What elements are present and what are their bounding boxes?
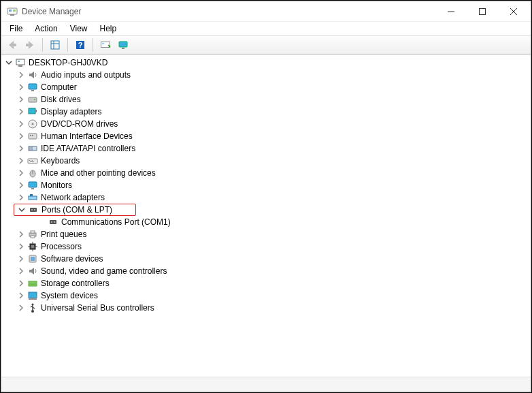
mouse-icon bbox=[27, 168, 38, 178]
back-button[interactable] bbox=[4, 37, 20, 53]
minimize-button[interactable] bbox=[435, 1, 467, 22]
expand-icon[interactable] bbox=[16, 230, 26, 239]
expand-icon[interactable] bbox=[16, 168, 26, 178]
svg-rect-1 bbox=[9, 10, 12, 12]
expand-icon[interactable] bbox=[16, 266, 26, 276]
tree-node-system[interactable]: System devices bbox=[1, 289, 531, 302]
svg-rect-65 bbox=[29, 298, 37, 300]
node-label: DVD/CD-ROM drives bbox=[41, 119, 118, 129]
tree-node-ports[interactable]: Ports (COM & LPT) bbox=[14, 204, 136, 216]
statusbar bbox=[1, 377, 531, 392]
tree-node-disk[interactable]: Disk drives bbox=[1, 93, 531, 106]
expand-icon[interactable] bbox=[16, 303, 26, 313]
tree-node-sound[interactable]: Sound, video and game controllers bbox=[1, 265, 531, 277]
node-label: Disk drives bbox=[41, 95, 81, 104]
svg-rect-3 bbox=[10, 14, 14, 16]
svg-rect-38 bbox=[30, 161, 34, 162]
svg-rect-2 bbox=[13, 10, 16, 12]
svg-rect-21 bbox=[31, 90, 34, 91]
printer-icon bbox=[27, 229, 38, 240]
menu-file[interactable]: File bbox=[4, 23, 28, 34]
expand-icon[interactable] bbox=[16, 119, 26, 129]
monitor-icon bbox=[27, 82, 38, 93]
display-adapter-icon bbox=[27, 106, 38, 117]
tree-node-computer[interactable]: Computer bbox=[1, 81, 531, 93]
tree-node-software[interactable]: Software devices bbox=[1, 253, 531, 265]
expand-icon[interactable] bbox=[16, 70, 26, 80]
speaker-icon bbox=[27, 266, 38, 277]
svg-rect-63 bbox=[29, 284, 37, 286]
forward-button[interactable] bbox=[22, 37, 38, 53]
svg-point-27 bbox=[32, 123, 34, 125]
disc-icon bbox=[27, 119, 38, 129]
node-label: System devices bbox=[41, 291, 98, 300]
node-label: Processors bbox=[41, 242, 82, 251]
tree-node-monitors[interactable]: Monitors bbox=[1, 179, 531, 191]
tree-node-mice[interactable]: Mice and other pointing devices bbox=[1, 167, 531, 179]
node-label: Universal Serial Bus controllers bbox=[41, 303, 154, 313]
menu-view[interactable]: View bbox=[65, 23, 93, 34]
tree-node-audio[interactable]: Audio inputs and outputs bbox=[1, 69, 531, 81]
node-label: Computer bbox=[41, 82, 77, 92]
menu-help[interactable]: Help bbox=[95, 23, 122, 34]
svg-rect-36 bbox=[31, 160, 31, 161]
collapse-icon[interactable] bbox=[4, 58, 14, 67]
network-icon bbox=[27, 192, 38, 203]
svg-rect-34 bbox=[28, 159, 37, 163]
monitor-icon bbox=[27, 180, 38, 191]
tree-node-hid[interactable]: Human Interface Devices bbox=[1, 130, 531, 142]
tree-node-printqueues[interactable]: Print queues bbox=[1, 228, 531, 240]
maximize-button[interactable] bbox=[467, 1, 498, 22]
svg-rect-8 bbox=[51, 41, 59, 49]
port-icon bbox=[48, 217, 59, 227]
svg-rect-64 bbox=[29, 292, 37, 298]
expand-icon[interactable] bbox=[16, 254, 26, 264]
expand-icon[interactable] bbox=[16, 180, 26, 190]
tree-node-ide[interactable]: IDE ATA/ATAPI controllers bbox=[1, 142, 531, 155]
expand-icon[interactable] bbox=[16, 131, 26, 141]
node-label: IDE ATA/ATAPI controllers bbox=[41, 144, 135, 153]
tree-node-usb[interactable]: Universal Serial Bus controllers bbox=[1, 302, 531, 314]
expand-icon[interactable] bbox=[16, 279, 26, 288]
collapse-icon[interactable] bbox=[17, 205, 27, 215]
tree-node-storage[interactable]: Storage controllers bbox=[1, 277, 531, 289]
menubar: File Action View Help bbox=[1, 22, 531, 35]
tree-node-dvd[interactable]: DVD/CD-ROM drives bbox=[1, 118, 531, 130]
svg-rect-18 bbox=[18, 61, 20, 62]
close-button[interactable] bbox=[498, 1, 529, 22]
expand-icon[interactable] bbox=[16, 156, 26, 166]
scan-hardware-button[interactable] bbox=[97, 37, 114, 53]
menu-action[interactable]: Action bbox=[29, 23, 63, 34]
expand-icon[interactable] bbox=[16, 95, 26, 104]
tree-leaf-comport[interactable]: Communications Port (COM1) bbox=[1, 216, 531, 228]
show-hide-tree-button[interactable] bbox=[47, 37, 63, 53]
svg-point-50 bbox=[54, 221, 55, 223]
svg-point-49 bbox=[51, 221, 52, 223]
tree-node-display[interactable]: Display adapters bbox=[1, 106, 531, 118]
tree-root[interactable]: DESKTOP-GHJ0VKD bbox=[1, 57, 531, 69]
node-label: Print queues bbox=[41, 230, 86, 239]
expand-icon[interactable] bbox=[16, 144, 26, 153]
svg-rect-52 bbox=[31, 231, 35, 233]
tree-node-keyboards[interactable]: Keyboards bbox=[1, 155, 531, 167]
expand-icon[interactable] bbox=[16, 82, 26, 92]
svg-rect-16 bbox=[122, 48, 124, 49]
monitor-button[interactable] bbox=[115, 37, 131, 53]
toolbar: ? bbox=[1, 35, 531, 54]
node-label: Ports (COM & LPT) bbox=[41, 205, 112, 215]
tree-node-processors[interactable]: Processors bbox=[1, 240, 531, 253]
storage-icon bbox=[27, 278, 38, 289]
expand-icon[interactable] bbox=[16, 107, 26, 116]
toolbar-separator bbox=[93, 38, 93, 52]
root-label: DESKTOP-GHJ0VKD bbox=[29, 58, 107, 67]
svg-rect-14 bbox=[102, 43, 104, 44]
help-button[interactable]: ? bbox=[72, 37, 88, 53]
expand-icon[interactable] bbox=[16, 291, 26, 300]
expand-icon[interactable] bbox=[16, 193, 26, 202]
svg-rect-25 bbox=[35, 110, 37, 112]
tree-node-network[interactable]: Network adapters bbox=[1, 191, 531, 204]
svg-rect-5 bbox=[480, 8, 486, 14]
expand-icon[interactable] bbox=[16, 242, 26, 251]
device-tree[interactable]: DESKTOP-GHJ0VKD Audio inputs and outputs… bbox=[1, 54, 531, 377]
svg-rect-53 bbox=[31, 236, 35, 238]
